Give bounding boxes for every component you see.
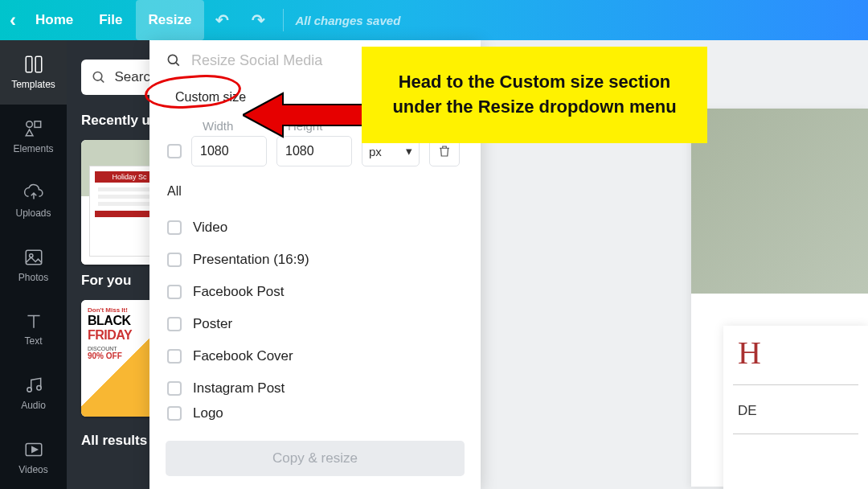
search-icon <box>91 68 107 86</box>
sidebar-item-uploads[interactable]: Uploads <box>0 168 67 232</box>
resize-option-facebook-cover[interactable]: Facebook Cover <box>167 340 463 372</box>
left-sidebar: Templates Elements Uploads Photos Text A… <box>0 40 67 489</box>
resize-option-facebook-post[interactable]: Facebook Post <box>167 276 463 308</box>
custom-size-heading: Custom size <box>167 87 254 108</box>
svg-rect-0 <box>26 57 32 73</box>
resize-option-logo[interactable]: Logo <box>167 405 463 422</box>
svg-rect-1 <box>35 57 42 73</box>
svg-point-6 <box>27 388 31 392</box>
menu-file[interactable]: File <box>86 0 135 40</box>
redo-icon[interactable]: ↷ <box>240 10 276 30</box>
text-icon <box>23 310 44 331</box>
search-icon <box>166 51 182 69</box>
sidebar-item-label: Photos <box>18 272 48 283</box>
menu-divider <box>283 9 284 31</box>
option-label: Facebook Cover <box>193 348 293 364</box>
lock-aspect-checkbox[interactable] <box>167 144 182 158</box>
svg-point-9 <box>93 72 102 81</box>
menu-home[interactable]: Home <box>23 0 86 40</box>
elements-icon <box>23 118 44 139</box>
option-label: Instagram Post <box>193 380 285 397</box>
copy-and-resize-button[interactable]: Copy & resize <box>166 441 465 476</box>
option-label: Facebook Post <box>193 284 284 300</box>
document-preview[interactable]: H DE <box>691 109 868 487</box>
sidebar-item-elements[interactable]: Elements <box>0 105 67 169</box>
sidebar-item-label: Elements <box>13 143 53 154</box>
svg-rect-4 <box>26 250 42 264</box>
annotation-arrow <box>243 87 371 146</box>
sidebar-item-label: Templates <box>11 79 55 90</box>
back-chevron-icon[interactable]: ‹ <box>10 9 16 31</box>
sidebar-item-photos[interactable]: Photos <box>0 232 67 297</box>
resize-option-instagram-post[interactable]: Instagram Post <box>167 372 463 405</box>
sidebar-item-label: Uploads <box>15 208 51 219</box>
annotation-callout: Head to the Custom size section under th… <box>362 47 707 143</box>
sidebar-item-label: Videos <box>18 464 47 475</box>
svg-marker-11 <box>243 93 370 137</box>
sidebar-item-templates[interactable]: Templates <box>0 40 67 105</box>
option-label: Video <box>193 220 227 236</box>
sidebar-item-label: Text <box>24 335 42 347</box>
uploads-icon <box>23 183 44 203</box>
templates-icon <box>23 54 44 75</box>
svg-rect-3 <box>35 121 41 128</box>
chevron-down-icon: ▾ <box>406 144 412 158</box>
save-status: All changes saved <box>295 14 400 27</box>
option-label: Logo <box>193 405 223 421</box>
unit-value: px <box>369 145 382 158</box>
sidebar-item-text[interactable]: Text <box>0 297 67 361</box>
sidebar-item-label: Audio <box>21 400 46 411</box>
sidebar-item-videos[interactable]: Videos <box>0 425 67 489</box>
resize-option-presentation[interactable]: Presentation (16:9) <box>167 244 463 276</box>
resize-option-poster[interactable]: Poster <box>167 308 463 340</box>
photos-icon <box>23 247 44 268</box>
sidebar-item-audio[interactable]: Audio <box>0 361 67 425</box>
option-label: Poster <box>193 316 232 332</box>
svg-point-2 <box>26 121 32 128</box>
annotation-text: Head to the Custom size section under th… <box>378 70 691 120</box>
audio-icon <box>23 375 44 396</box>
menu-resize[interactable]: Resize <box>136 0 205 40</box>
option-label: Presentation (16:9) <box>193 252 309 268</box>
document-hero-image <box>691 109 868 294</box>
svg-point-10 <box>168 55 177 64</box>
undo-icon[interactable]: ↶ <box>204 10 240 30</box>
doc-heading-fragment: H <box>723 326 868 378</box>
top-menu-bar: ‹ Home File Resize ↶ ↷ All changes saved <box>0 0 868 40</box>
trash-icon <box>437 144 452 158</box>
resize-option-video[interactable]: Video <box>167 212 463 244</box>
doc-text-fragment: DE <box>723 392 868 419</box>
all-heading: All <box>167 184 463 199</box>
videos-icon <box>23 439 44 460</box>
